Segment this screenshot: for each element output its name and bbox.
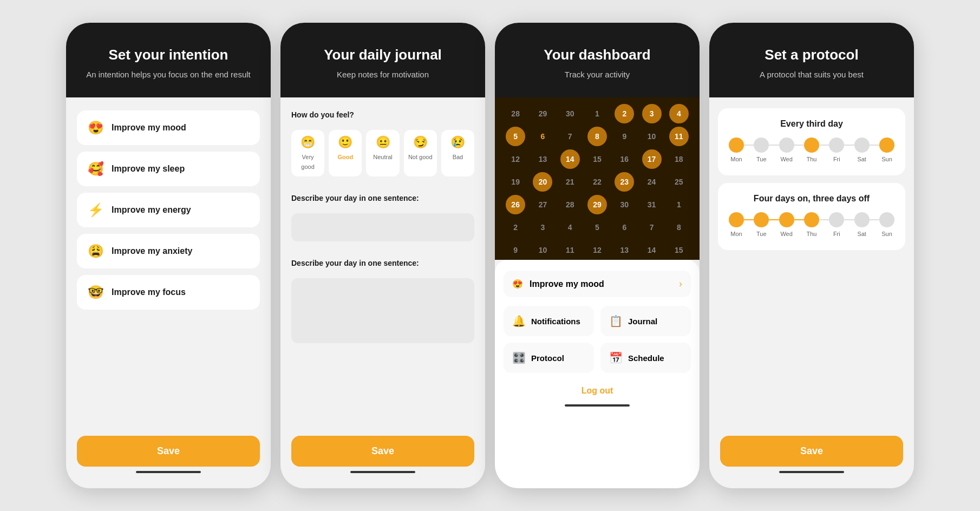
cal-day-3-4: 23 — [615, 172, 634, 192]
cal-day-0-4: 2 — [615, 104, 634, 123]
intention-item-1[interactable]: 🥰Improve my sleep — [77, 152, 260, 186]
day-col-1-1: Tue — [754, 212, 769, 237]
mood-item-0[interactable]: 😁Very good — [291, 130, 324, 176]
day-col-1-5: Sat — [854, 212, 870, 237]
action-btn-schedule[interactable]: 📅Schedule — [600, 343, 691, 373]
mood-selector[interactable]: 😁Very good🙂Good😐Neutral😏Not good😢Bad — [291, 130, 474, 176]
connector-1-5 — [870, 219, 879, 220]
screen2-subtitle: Keep notes for motivation — [296, 69, 470, 80]
day-label-1-0: Mon — [730, 231, 742, 237]
day-label-0-2: Wed — [780, 156, 792, 162]
day-dot-1-4 — [829, 212, 844, 227]
calendar-section: 2829301234567891011121314151617181920212… — [495, 97, 700, 260]
mood-emoji: 😍 — [512, 279, 523, 289]
screen4-save-button[interactable]: Save — [720, 436, 903, 467]
cal-day-1-2: 7 — [560, 127, 580, 146]
cal-day-6-3: 12 — [587, 240, 607, 260]
protocol-card-0[interactable]: Every third dayMonTueWedThuFriSatSun — [718, 108, 905, 175]
home-indicator — [779, 471, 844, 473]
action-icon-1: 📋 — [609, 315, 623, 327]
day-col-1-3: Thu — [804, 212, 819, 237]
day-col-0-0: Mon — [729, 137, 744, 162]
intention-emoji-2: ⚡ — [88, 202, 104, 218]
intention-label-2: Improve my energy — [112, 205, 191, 215]
cal-day-2-3: 15 — [587, 149, 607, 169]
action-btn-journal[interactable]: 📋Journal — [600, 306, 691, 336]
intention-list: 😍Improve my mood🥰Improve my sleep⚡Improv… — [77, 110, 260, 310]
action-icon-3: 📅 — [609, 351, 623, 364]
intention-label-1: Improve my sleep — [112, 164, 185, 174]
cal-day-4-5: 31 — [642, 195, 662, 214]
home-indicator — [350, 471, 415, 473]
screen1-save-button[interactable]: Save — [77, 436, 260, 467]
mood-item-1[interactable]: 🙂Good — [329, 130, 362, 176]
intention-item-3[interactable]: 😩Improve my anxiety — [77, 234, 260, 268]
day-dot-0-5 — [854, 137, 870, 153]
day-dot-0-1 — [754, 137, 769, 153]
day-dot-0-0 — [729, 137, 744, 153]
protocol-body: Every third dayMonTueWedThuFriSatSunFour… — [709, 97, 914, 427]
screen2-title: Your daily journal — [296, 47, 470, 63]
cal-day-0-0: 28 — [506, 104, 525, 123]
mood-emoji-3: 😏 — [407, 135, 434, 149]
cal-day-1-4: 9 — [615, 127, 634, 146]
protocol-dots-1: MonTueWedThuFriSatSun — [729, 212, 894, 237]
logout-button[interactable]: Log out — [504, 382, 691, 400]
intention-item-0[interactable]: 😍Improve my mood — [77, 110, 260, 145]
calendar-grid: 2829301234567891011121314151617181920212… — [504, 104, 691, 260]
cal-day-4-2: 28 — [560, 195, 580, 214]
describe-input1[interactable] — [291, 213, 474, 241]
screen1-intention: Set your intention An intention helps yo… — [66, 23, 271, 488]
intention-item-2[interactable]: ⚡Improve my energy — [77, 193, 260, 227]
intention-emoji-1: 🥰 — [88, 161, 104, 176]
cal-day-6-6: 15 — [669, 240, 689, 260]
day-label-1-5: Sat — [857, 231, 866, 237]
cal-day-2-0: 12 — [506, 149, 525, 169]
screen3-header: Your dashboard Track your activity — [495, 23, 700, 97]
describe-textarea[interactable] — [291, 278, 474, 343]
protocol-card-1[interactable]: Four days on, three days offMonTueWedThu… — [718, 183, 905, 250]
day-dot-0-6 — [879, 137, 894, 153]
action-btn-notifications[interactable]: 🔔Notifications — [504, 306, 594, 336]
intention-emoji-3: 😩 — [88, 244, 104, 259]
mood-emoji-0: 😁 — [295, 135, 321, 149]
cal-day-1-6: 11 — [669, 127, 689, 146]
intention-item-4[interactable]: 🤓Improve my focus — [77, 275, 260, 310]
mood-item-3[interactable]: 😏Not good — [404, 130, 437, 176]
screen2-save-button[interactable]: Save — [291, 436, 474, 467]
action-label-2: Protocol — [531, 353, 564, 363]
day-label-0-0: Mon — [730, 156, 742, 162]
day-dot-0-4 — [829, 137, 844, 153]
connector-0-2 — [794, 145, 804, 146]
action-btn-protocol[interactable]: 🎛️Protocol — [504, 343, 594, 373]
connector-0-4 — [844, 145, 854, 146]
mood-item-2[interactable]: 😐Neutral — [366, 130, 399, 176]
feel-label: How do you feel? — [291, 110, 474, 119]
day-dot-0-2 — [779, 137, 794, 153]
screen4-footer: Save — [709, 427, 914, 488]
day-dot-1-5 — [854, 212, 870, 227]
day-col-0-6: Sun — [879, 137, 894, 162]
screen1-header: Set your intention An intention helps yo… — [66, 23, 271, 97]
mood-item-4[interactable]: 😢Bad — [441, 130, 474, 176]
protocol-dots-0: MonTueWedThuFriSatSun — [729, 137, 894, 162]
screen4-title: Set a protocol — [724, 47, 899, 63]
screen1-subtitle: An intention helps you focus on the end … — [81, 69, 256, 80]
cal-day-4-6: 1 — [669, 195, 689, 214]
mood-label-1: Good — [337, 154, 353, 160]
mood-result[interactable]: 😍 Improve my mood › — [504, 271, 691, 297]
day-label-1-3: Thu — [807, 231, 817, 237]
cal-day-5-1: 3 — [533, 218, 552, 237]
cal-day-6-5: 14 — [642, 240, 662, 260]
day-col-1-6: Sun — [879, 212, 894, 237]
screen2-footer: Save — [280, 427, 485, 488]
connector-1-0 — [744, 219, 754, 220]
screen1-title: Set your intention — [81, 47, 256, 63]
screen4-subtitle: A protocol that suits you best — [724, 69, 899, 80]
screen2-body: How do you feel? 😁Very good🙂Good😐Neutral… — [280, 97, 485, 427]
connector-0-3 — [819, 145, 829, 146]
intention-label-3: Improve my anxiety — [112, 246, 192, 256]
intention-emoji-0: 😍 — [88, 120, 104, 135]
protocol-title-1: Four days on, three days off — [729, 194, 894, 204]
cal-day-1-3: 8 — [587, 127, 607, 146]
